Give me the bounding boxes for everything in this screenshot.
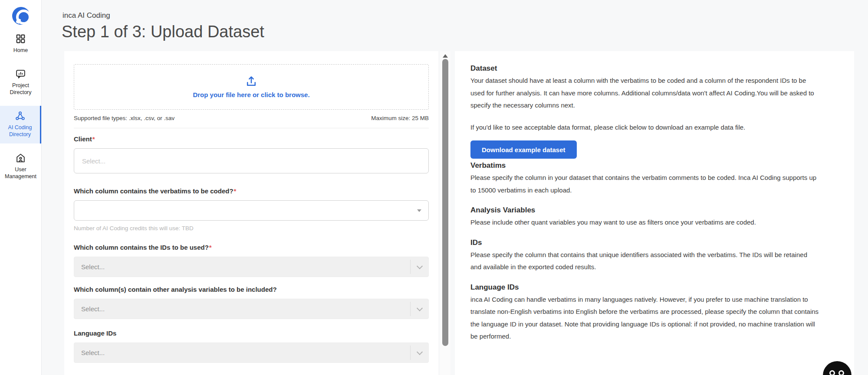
analysis-variables-description: Please include other quant variables you… [470, 216, 819, 229]
verbatims-column-label: Which column contains the verbatims to b… [74, 187, 429, 195]
upload-icon [245, 75, 257, 88]
analysis-columns-select[interactable]: Select... [74, 299, 429, 319]
credits-note: Number of AI Coding credits this will us… [74, 225, 429, 232]
sidebar-item-home[interactable]: Home [0, 29, 41, 59]
supported-file-types: Supported file types: .xlsx, .csv, or .s… [74, 115, 174, 121]
home-grid-icon [15, 33, 26, 44]
chevron-down-icon [416, 305, 422, 311]
sidebar-item-label: AI Coding Directory [1, 124, 39, 138]
upload-form-panel: Drop your file here or click to browse. … [64, 51, 438, 375]
ids-select-placeholder: Select... [81, 263, 105, 271]
house-user-icon [15, 153, 26, 163]
sidebar-item-label: User Management [1, 166, 40, 180]
select-divider [410, 302, 428, 316]
select-divider [410, 260, 428, 274]
language-ids-description: inca AI Coding can handle verbatims in m… [470, 293, 819, 343]
ids-description: Please specify the column that contains … [470, 249, 819, 274]
chevron-down-icon [416, 263, 422, 269]
select-divider [410, 346, 428, 360]
sidebar-nav: Home Project Directory AI Coding Directo… [0, 29, 41, 186]
sidebar-item-ai-coding-directory[interactable]: AI Coding Directory [0, 106, 41, 143]
network-nodes-icon [15, 111, 26, 121]
verbatims-description: Please specify the column in your datase… [470, 172, 819, 196]
sidebar-item-project-directory[interactable]: Project Directory [0, 64, 41, 101]
analysis-select-placeholder: Select... [81, 305, 105, 313]
chat-widget-eyes-icon [838, 370, 844, 375]
form-scrollbar [440, 51, 450, 375]
chat-widget-eyes-icon [829, 370, 835, 375]
language-ids-heading: Language IDs [470, 283, 819, 292]
page-title: Step 1 of 3: Upload Dataset [62, 23, 264, 41]
ids-column-label: Which column contains the IDs to be used… [74, 244, 429, 251]
ids-column-label-text: Which column contains the IDs to be used… [74, 244, 209, 251]
analysis-variables-heading: Analysis Variables [470, 206, 819, 215]
scrollbar-thumb[interactable] [442, 59, 448, 346]
download-example-dataset-button[interactable]: Download example dataset [470, 140, 577, 159]
chart-bubble-icon [15, 68, 26, 79]
analysis-columns-label: Which column(s) contain other analysis v… [74, 286, 429, 293]
language-ids-label: Language IDs [74, 329, 429, 337]
language-select-placeholder: Select... [81, 349, 105, 356]
app-name: inca AI Coding [62, 11, 110, 20]
chevron-down-icon [416, 349, 422, 355]
max-file-size: Maximum size: 25 MB [371, 115, 429, 121]
sidebar: Home Project Directory AI Coding Directo… [0, 0, 42, 375]
client-select-placeholder: Select... [82, 157, 105, 165]
file-requirements-row: Supported file types: .xlsx, .csv, or .s… [74, 115, 429, 128]
caret-down-icon [417, 209, 421, 212]
download-prompt: If you'd like to see acceptable data for… [470, 121, 819, 134]
help-panel: Dataset Your dataset should have at leas… [455, 51, 854, 375]
verbatims-column-select[interactable] [74, 200, 429, 221]
client-label: Client* [74, 135, 429, 143]
app-logo-icon[interactable] [12, 7, 30, 25]
required-asterisk: * [234, 187, 237, 195]
dataset-description: Your dataset should have at least a colu… [470, 75, 819, 112]
sidebar-item-label: Project Directory [1, 82, 40, 96]
client-label-text: Client [74, 135, 92, 143]
scroll-up-arrow-icon[interactable] [443, 54, 448, 58]
dropzone-label: Drop your file here or click to browse. [193, 91, 309, 98]
language-ids-select[interactable]: Select... [74, 342, 429, 363]
verbatims-column-label-text: Which column contains the verbatims to b… [74, 187, 233, 195]
file-dropzone[interactable]: Drop your file here or click to browse. [74, 64, 429, 110]
required-asterisk: * [209, 244, 212, 251]
client-select[interactable]: Select... [74, 148, 429, 173]
verbatims-heading: Verbatims [470, 161, 819, 170]
dataset-heading: Dataset [470, 64, 819, 73]
ids-heading: IDs [470, 238, 819, 247]
sidebar-item-user-management[interactable]: User Management [0, 148, 41, 186]
required-asterisk: * [92, 135, 95, 143]
ids-column-select[interactable]: Select... [74, 257, 429, 277]
sidebar-item-label: Home [13, 47, 28, 54]
